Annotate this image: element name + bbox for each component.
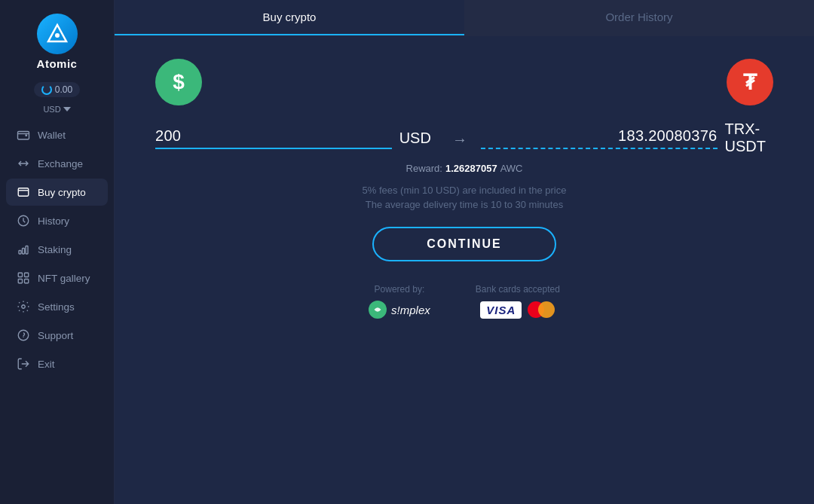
reward-amount: 1.26287057	[445, 163, 497, 174]
svg-rect-10	[18, 279, 22, 283]
reward-label: Reward:	[406, 163, 442, 174]
coin-icons-row: $ ₮	[155, 59, 773, 105]
reward-row: Reward: 1.26287057 AWC	[155, 163, 773, 174]
to-currency-group: TRX-USDT	[718, 119, 773, 157]
visa-badge: VISA	[480, 301, 522, 319]
sidebar-item-buy-crypto-label: Buy crypto	[38, 187, 86, 198]
svg-rect-9	[25, 273, 29, 276]
powered-label: Powered by:	[375, 284, 425, 295]
tab-buy-crypto[interactable]: Buy crypto	[115, 0, 464, 35]
svg-rect-11	[25, 279, 29, 283]
currency-selector[interactable]: USD	[43, 105, 70, 114]
cards-group: Bank cards accepted VISA	[476, 284, 560, 319]
amount-row: 200 USD → 183.20080376 TRX-USDT	[155, 119, 773, 157]
sidebar-nav: Wallet Exchange Buy crypto History	[0, 121, 114, 377]
arrow-icon: →	[452, 131, 467, 148]
brand-name: Atomic	[37, 57, 78, 70]
sidebar-item-support-label: Support	[38, 330, 73, 341]
trx-coin-icon: ₮	[727, 59, 773, 105]
from-underline	[155, 148, 392, 149]
balance-badge[interactable]: 0.00	[34, 82, 80, 97]
svg-rect-7	[26, 246, 28, 255]
sidebar-item-history[interactable]: History	[6, 207, 108, 234]
svg-rect-6	[23, 249, 25, 255]
sidebar-item-exchange-label: Exchange	[38, 158, 83, 170]
sidebar-item-nft-label: NFT gallery	[38, 273, 90, 284]
sidebar-item-history-label: History	[38, 215, 69, 227]
mc-right-circle	[538, 301, 555, 318]
svg-rect-5	[19, 251, 21, 255]
simplex-group: Powered by: s!mplex	[369, 284, 430, 319]
sidebar-item-settings-label: Settings	[38, 301, 75, 313]
cards-row: VISA	[480, 301, 555, 319]
sidebar-item-buy-crypto[interactable]: Buy crypto	[6, 179, 108, 206]
sidebar-item-exit-label: Exit	[38, 359, 55, 370]
sidebar-item-wallet-label: Wallet	[38, 130, 66, 141]
logo-area: Atomic	[37, 14, 78, 70]
powered-row: Powered by: s!mplex Bank cards accepted …	[369, 284, 560, 319]
sidebar-item-exit[interactable]: Exit	[6, 350, 108, 377]
delivery-note: The average delivery time is 10 to 30 mi…	[366, 199, 563, 210]
mastercard-badge	[528, 301, 555, 319]
cards-label: Bank cards accepted	[476, 284, 560, 295]
simplex-icon	[369, 301, 387, 319]
from-currency: USD	[399, 130, 431, 147]
svg-point-12	[22, 305, 26, 309]
to-amount-group: 183.20080376	[481, 127, 718, 149]
sidebar-item-support[interactable]: Support	[6, 322, 108, 349]
arrow-container: →	[439, 128, 481, 148]
sidebar-item-settings[interactable]: Settings	[6, 293, 108, 320]
tab-bar: Buy crypto Order History	[115, 0, 814, 36]
sidebar-item-staking[interactable]: Staking	[6, 236, 108, 263]
sidebar-item-nft[interactable]: NFT gallery	[6, 264, 108, 292]
simplex-name: s!mplex	[391, 304, 430, 316]
balance-value: 0.00	[55, 84, 72, 95]
to-amount-value: 183.20080376	[618, 127, 718, 145]
from-currency-group: USD	[392, 128, 439, 148]
sidebar-item-wallet[interactable]: Wallet	[6, 121, 108, 148]
tab-order-history[interactable]: Order History	[464, 0, 814, 35]
continue-button[interactable]: CONTINUE	[372, 227, 556, 261]
fee-note: 5% fees (min 10 USD) are included in the…	[363, 185, 567, 196]
to-underline	[481, 148, 718, 149]
simplex-logo: s!mplex	[369, 301, 430, 319]
sidebar-item-staking-label: Staking	[38, 244, 72, 255]
svg-point-1	[55, 33, 60, 38]
from-amount-group: 200	[155, 127, 392, 149]
svg-rect-2	[18, 132, 29, 140]
from-amount-value: 200	[155, 127, 392, 145]
buy-crypto-content: $ ₮ 200 USD → 183.20080376 TRX-USDT	[115, 36, 814, 504]
sidebar-item-exchange[interactable]: Exchange	[6, 150, 108, 177]
to-currency: TRX-USDT	[725, 121, 766, 155]
usd-coin-icon: $	[155, 59, 202, 105]
reward-currency: AWC	[500, 163, 523, 174]
main-content: Buy crypto Order History $ ₮ 200 USD →	[115, 0, 814, 504]
fees-section: 5% fees (min 10 USD) are included in the…	[363, 185, 567, 210]
logo-icon	[37, 14, 78, 54]
sidebar: Atomic 0.00 USD Wallet Exchange	[0, 0, 115, 504]
svg-rect-3	[18, 188, 29, 197]
svg-rect-8	[18, 273, 22, 276]
spinner-icon	[41, 84, 52, 95]
